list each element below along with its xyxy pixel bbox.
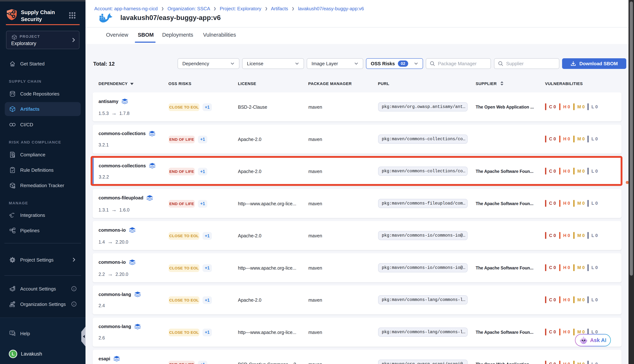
- svg-text:?: ?: [11, 331, 13, 334]
